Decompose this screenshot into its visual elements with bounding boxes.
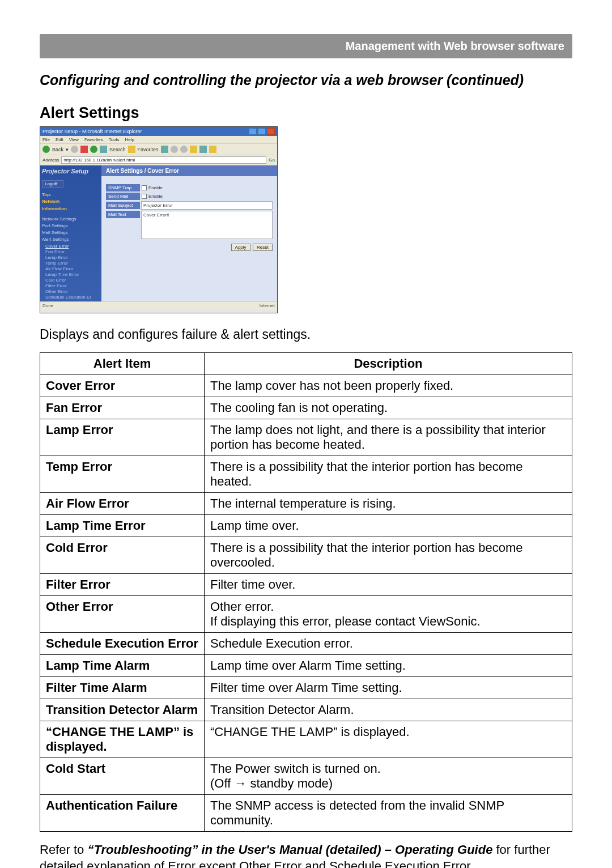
alert-item: Air Flow Error — [40, 493, 205, 515]
mail-subject-label: Mail Subject — [106, 202, 140, 209]
table-row: Cold StartThe Power switch is turned on.… — [40, 758, 572, 795]
logoff-button[interactable]: Logoff — [42, 180, 63, 188]
sidebar-port-settings[interactable]: Port Settings — [42, 223, 100, 228]
close-icon[interactable] — [267, 128, 275, 135]
back-icon[interactable] — [42, 146, 50, 153]
alert-item: Lamp Time Error — [40, 515, 205, 537]
alert-desc: Filter time over. — [205, 574, 572, 596]
send-mail-checkbox[interactable] — [142, 194, 147, 199]
back-label[interactable]: Back — [52, 147, 63, 152]
menu-edit[interactable]: Edit — [56, 137, 63, 142]
favorites-icon[interactable] — [128, 146, 135, 153]
alert-item: Schedule Execution Error — [40, 633, 205, 655]
alert-item: Cover Error — [40, 375, 205, 397]
table-row: Schedule Execution ErrorSchedule Executi… — [40, 633, 572, 655]
table-row: “CHANGE THE LAMP” is displayed.“CHANGE T… — [40, 721, 572, 758]
alert-desc: The internal temperature is rising. — [205, 493, 572, 515]
sidebar-item-schedule-error[interactable]: Schedule Execution Er — [45, 295, 100, 300]
alert-desc: The Power switch is turned on. (Off → st… — [205, 758, 572, 795]
table-row: Cover ErrorThe lamp cover has not been p… — [40, 375, 572, 397]
alert-desc: Filter time over Alarm Time setting. — [205, 677, 572, 699]
forward-icon[interactable] — [71, 146, 78, 153]
sidebar-item-other-error[interactable]: Other Error — [45, 289, 100, 294]
table-row: Lamp Time ErrorLamp time over. — [40, 515, 572, 537]
alert-desc: The cooling fan is not operating. — [205, 397, 572, 419]
favorites-label[interactable]: Favorites — [138, 147, 159, 152]
sidebar-item-temp-error[interactable]: Temp Error — [45, 261, 100, 266]
status-internet: Internet — [260, 303, 275, 308]
table-row: Cold ErrorThere is a possibility that th… — [40, 537, 572, 574]
home-icon[interactable] — [100, 146, 107, 153]
stop-icon[interactable] — [80, 146, 88, 153]
alert-desc: Schedule Execution error. — [205, 633, 572, 655]
sidebar-item-airflow-error[interactable]: Air Flow Error — [45, 266, 100, 271]
sidebar-net[interactable]: Network — [42, 199, 100, 205]
window-titlebar: Projector Setup - Microsoft Internet Exp… — [40, 127, 277, 136]
mail-subject-input[interactable]: Projector Error — [141, 201, 273, 210]
window-title: Projector Setup - Microsoft Internet Exp… — [42, 129, 142, 134]
sidebar-network-settings[interactable]: Network Settings — [42, 216, 100, 222]
alert-item: Transition Detector Alarm — [40, 699, 205, 721]
alert-desc: The lamp cover has not been properly fix… — [205, 375, 572, 397]
edit-icon[interactable] — [199, 146, 207, 153]
alert-item: Fan Error — [40, 397, 205, 419]
subtitle: Configuring and controlling the projecto… — [40, 72, 572, 88]
mail-text-input[interactable]: Cover Error!! — [141, 211, 273, 239]
alert-item: Lamp Error — [40, 419, 205, 456]
sidebar-info[interactable]: Information — [42, 206, 100, 212]
refresh-icon[interactable] — [90, 146, 97, 153]
menu-file[interactable]: File — [42, 137, 50, 142]
section-heading: Alert Settings — [40, 104, 572, 122]
snmp-trap-checkbox[interactable] — [142, 185, 147, 190]
table-row: Transition Detector AlarmTransition Dete… — [40, 699, 572, 721]
refer-text: Refer to “Troubleshooting” in the User's… — [40, 842, 572, 868]
sidebar-item-cold-error[interactable]: Cold Error — [45, 278, 100, 283]
sidebar-item-lamp-error[interactable]: Lamp Error — [45, 255, 100, 260]
intro-text: Displays and configures failure & alert … — [40, 327, 572, 342]
sidebar-item-filter-error[interactable]: Filter Error — [45, 283, 100, 288]
refer-bold: “Troubleshooting” in the User's Manual (… — [87, 843, 492, 857]
address-input[interactable]: http://192.168.1.10/admin/alert.html — [61, 156, 266, 164]
toolbar: Back ▾ Search Favorites — [40, 143, 277, 155]
table-row: Filter ErrorFilter time over. — [40, 574, 572, 596]
menu-view[interactable]: View — [69, 137, 79, 142]
table-row: Filter Time AlarmFilter time over Alarm … — [40, 677, 572, 699]
sidebar-item-lamptime-alarm[interactable]: Lamp Time Alarm — [45, 300, 100, 301]
send-mail-enable: Enable — [148, 194, 163, 199]
apply-button[interactable]: Apply — [231, 244, 250, 251]
sidebar: Projector Setup Logoff Top: Network Info… — [40, 165, 101, 301]
alert-table: Alert Item Description Cover ErrorThe la… — [40, 352, 572, 832]
address-bar: Address http://192.168.1.10/admin/alert.… — [40, 155, 277, 165]
reset-button[interactable]: Reset — [253, 244, 273, 251]
alert-item: Filter Error — [40, 574, 205, 596]
th-desc: Description — [205, 353, 572, 375]
media-icon[interactable] — [161, 146, 168, 153]
maximize-icon[interactable] — [258, 128, 266, 135]
th-item: Alert Item — [40, 353, 205, 375]
table-row: Temp ErrorThere is a possibility that th… — [40, 456, 572, 493]
alert-desc: The SNMP access is detected from the inv… — [205, 795, 572, 832]
discuss-icon[interactable] — [209, 146, 216, 153]
go-button[interactable]: Go — [269, 158, 275, 163]
menu-favorites[interactable]: Favorites — [84, 137, 103, 142]
alert-item: Authentication Failure — [40, 795, 205, 832]
sidebar-alert-settings[interactable]: Alert Settings — [42, 237, 100, 242]
history-icon[interactable] — [171, 146, 178, 153]
sidebar-item-cover-error[interactable]: Cover Error — [45, 244, 100, 249]
refer-pre: Refer to — [40, 843, 87, 857]
mail-icon[interactable] — [180, 146, 188, 153]
sidebar-item-lamptime-error[interactable]: Lamp Time Error — [45, 272, 100, 277]
alert-item: Cold Start — [40, 758, 205, 795]
sidebar-item-fan-error[interactable]: Fan Error — [45, 249, 100, 254]
menu-help[interactable]: Help — [125, 137, 134, 142]
minimize-icon[interactable] — [249, 128, 257, 135]
sidebar-mail-settings[interactable]: Mail Settings — [42, 230, 100, 235]
search-label[interactable]: Search — [109, 147, 126, 152]
mail-text-label: Mail Text — [106, 211, 140, 218]
snmp-trap-label: SNMP Trap — [106, 184, 140, 192]
print-icon[interactable] — [190, 146, 197, 153]
alert-desc: Lamp time over. — [205, 515, 572, 537]
menu-tools[interactable]: Tools — [109, 137, 120, 142]
alert-item: Temp Error — [40, 456, 205, 493]
alert-desc: Lamp time over Alarm Time setting. — [205, 655, 572, 677]
